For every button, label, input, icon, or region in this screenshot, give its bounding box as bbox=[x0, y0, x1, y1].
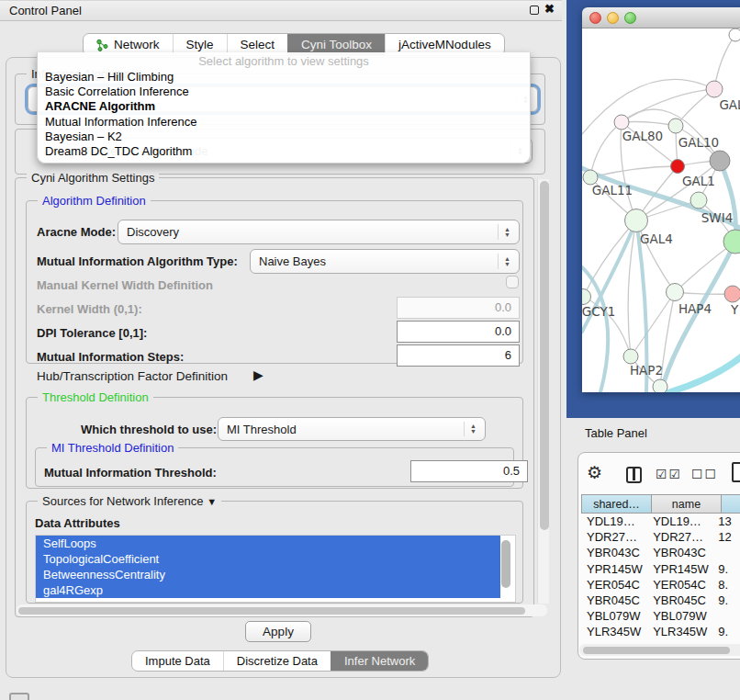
table-cell: YBR045C bbox=[647, 593, 712, 608]
table-row[interactable]: YPR145WYPR145W9. bbox=[581, 561, 740, 577]
data-attribute-item[interactable]: BetweennessCentrality bbox=[36, 567, 500, 582]
kernel-width-input[interactable]: 0.0 bbox=[397, 297, 520, 319]
panel-title: Control Panel bbox=[9, 4, 82, 17]
tab-discretize-data[interactable]: Discretize Data bbox=[223, 651, 331, 671]
data-attribute-item[interactable]: TopologicalCoefficient bbox=[36, 551, 500, 567]
close-traffic-light[interactable] bbox=[589, 12, 601, 24]
graph-node-gal4[interactable] bbox=[625, 209, 648, 232]
expand-right-icon[interactable]: ▶ bbox=[253, 367, 263, 382]
algorithm-option[interactable]: Dream8 DC_TDC Algorithm bbox=[38, 144, 530, 159]
document-icon[interactable] bbox=[732, 462, 740, 482]
minimize-traffic-light[interactable] bbox=[607, 12, 619, 24]
table-cell: YBR043C bbox=[647, 545, 712, 560]
algorithm-definition-title: Algorithm Definition bbox=[38, 194, 151, 208]
graph-node[interactable] bbox=[729, 28, 740, 41]
mi-threshold-input[interactable]: 0.5 bbox=[410, 460, 528, 482]
tab-impute-data[interactable]: Impute Data bbox=[132, 651, 223, 671]
table-horizontal-scrollbar[interactable] bbox=[579, 644, 740, 656]
minimized-palette-icon[interactable] bbox=[9, 693, 29, 700]
table-cell: 8. bbox=[712, 577, 740, 593]
table-cell: 9. bbox=[712, 593, 740, 608]
column-header[interactable]: shared… bbox=[581, 494, 652, 514]
algorithm-option[interactable]: Basic Correlation Inference bbox=[38, 85, 530, 99]
table-row[interactable]: YBL079WYBL079W bbox=[581, 608, 740, 624]
algorithm-dropdown-popup: Select algorithm to view settings Bayesi… bbox=[37, 52, 531, 164]
control-panel-titlebar: Control Panel ✖ bbox=[0, 0, 562, 21]
table-cell: YDR27… bbox=[581, 529, 647, 545]
collapse-down-icon[interactable]: ▼ bbox=[207, 496, 217, 507]
node-label: Y bbox=[730, 302, 739, 317]
data-attribute-item[interactable]: gal4RGexp bbox=[36, 582, 500, 598]
list-scrollbar-thumb[interactable] bbox=[501, 540, 510, 588]
mi-threshold-label: Mutual Information Threshold: bbox=[44, 466, 217, 480]
which-threshold-combo[interactable]: MI Threshold ▲▼ bbox=[218, 417, 486, 441]
dpi-tolerance-input[interactable]: 0.0 bbox=[397, 321, 520, 343]
graph-node[interactable] bbox=[653, 379, 667, 392]
aracne-mode-combo[interactable]: Discovery ▲▼ bbox=[118, 220, 520, 244]
network-icon bbox=[96, 39, 108, 51]
mi-steps-input[interactable]: 6 bbox=[397, 344, 520, 367]
network-view[interactable]: GALGAL80GAL10GAL11GAL1GAL4SWI4GCY1HAP4YH… bbox=[582, 28, 740, 392]
table-row[interactable]: YLR345WYLR345W9. bbox=[581, 624, 740, 639]
settings-vertical-scrollbar[interactable] bbox=[537, 179, 549, 604]
graph-node-swi4[interactable] bbox=[723, 230, 740, 254]
table-cell: YLR345W bbox=[581, 624, 647, 639]
aracne-mode-label: Aracne Mode: bbox=[37, 225, 116, 239]
graph-node[interactable] bbox=[710, 151, 730, 171]
table-cell: YBR043C bbox=[581, 545, 647, 560]
network-window: GALGAL80GAL10GAL11GAL1GAL4SWI4GCY1HAP4YH… bbox=[582, 7, 740, 392]
column-header[interactable] bbox=[722, 494, 740, 514]
node-label: SWI4 bbox=[701, 210, 734, 225]
table-row[interactable]: YDR27…YDR27…12 bbox=[581, 529, 740, 545]
graph-node-hap2[interactable] bbox=[623, 349, 638, 364]
tab-infer-network[interactable]: Infer Network bbox=[331, 651, 428, 671]
node-label: GAL1 bbox=[682, 174, 715, 188]
kernel-width-label: Kernel Width (0,1): bbox=[37, 302, 142, 316]
split-columns-icon[interactable] bbox=[626, 467, 642, 483]
graph-node-gal[interactable] bbox=[706, 81, 723, 97]
checked-boxes-icon[interactable]: ☑☑ bbox=[656, 467, 682, 481]
manual-kernel-checkbox[interactable] bbox=[506, 276, 519, 288]
zoom-traffic-light[interactable] bbox=[624, 12, 636, 24]
graph-node-gal1[interactable] bbox=[690, 192, 707, 209]
settings-horizontal-scrollbar[interactable] bbox=[17, 604, 547, 616]
table-row[interactable]: YDL19…YDL19…13 bbox=[581, 514, 740, 529]
dpi-tolerance-label: DPI Tolerance [0,1]: bbox=[37, 326, 147, 340]
table-cell: YBR045C bbox=[581, 593, 647, 608]
combo-stepper-icon: ▲▼ bbox=[498, 254, 510, 270]
graph-node-gal80[interactable] bbox=[614, 115, 629, 130]
graph-node-gcy1[interactable] bbox=[582, 289, 591, 305]
combo-stepper-icon: ▲▼ bbox=[464, 422, 477, 437]
table-row[interactable]: YBR043CYBR043C bbox=[581, 545, 740, 560]
hub-section-label[interactable]: Hub/Transcription Factor Definition bbox=[37, 369, 228, 383]
mi-type-combo[interactable]: Naive Bayes ▲▼ bbox=[250, 249, 520, 274]
table-cell: YBL079W bbox=[581, 608, 647, 624]
data-attributes-list[interactable]: SelfLoopsTopologicalCoefficientBetweenne… bbox=[35, 535, 516, 603]
graph-node-hap4[interactable] bbox=[667, 284, 684, 301]
table-row[interactable]: YBR045CYBR045C9. bbox=[581, 593, 740, 608]
algorithm-option[interactable]: Bayesian – Hill Climbing bbox=[38, 70, 530, 85]
manual-kernel-label: Manual Kernel Width Definition bbox=[37, 278, 213, 292]
float-window-icon[interactable] bbox=[530, 6, 539, 15]
tab-label: Network bbox=[114, 38, 160, 51]
node-label: GAL10 bbox=[678, 135, 719, 150]
dropdown-prompt: Select algorithm to view settings bbox=[38, 52, 530, 70]
graph-node-y[interactable] bbox=[724, 286, 740, 302]
graph-node[interactable] bbox=[671, 160, 685, 174]
algorithm-option[interactable]: Mutual Information Inference bbox=[38, 115, 530, 130]
close-icon[interactable]: ✖ bbox=[544, 2, 555, 16]
table-cell: YDL19… bbox=[647, 514, 712, 529]
data-attribute-item[interactable]: SelfLoops bbox=[36, 536, 500, 551]
sources-title[interactable]: Sources for Network Inference ▼ bbox=[38, 494, 221, 508]
gear-icon[interactable]: ⚙ bbox=[587, 462, 602, 483]
algorithm-option[interactable]: Bayesian – K2 bbox=[38, 130, 530, 144]
node-label: GAL bbox=[719, 97, 740, 112]
column-header[interactable]: name bbox=[652, 494, 722, 514]
settings-group-title: Cyni Algorithm Settings bbox=[27, 171, 159, 185]
table-cell: 12 bbox=[712, 529, 740, 545]
unchecked-boxes-icon[interactable]: ☐☐ bbox=[691, 467, 718, 481]
table-row[interactable]: YER054CYER054C8. bbox=[581, 577, 740, 593]
graph-node-gal10[interactable] bbox=[668, 119, 683, 133]
apply-button[interactable]: Apply bbox=[245, 621, 311, 642]
algorithm-option[interactable]: ARACNE Algorithm bbox=[38, 99, 530, 114]
